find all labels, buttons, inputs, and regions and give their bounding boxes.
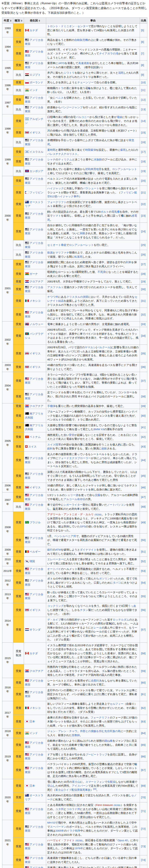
reference-link[interactable]: [41] [141, 426, 145, 429]
reference-link[interactable]: [25] [141, 243, 145, 246]
country-link[interactable]: ポーランド [30, 81, 43, 84]
reference-link[interactable]: [37] [141, 379, 145, 382]
reference-link[interactable]: [42] [141, 435, 145, 438]
reference-link[interactable]: [23] [141, 214, 145, 217]
reference-link[interactable]: [53] [141, 569, 145, 572]
wiki-link[interactable]: 電気柵 [111, 210, 120, 213]
wiki-link[interactable]: 外部との接触を拒む先住民族の島 [80, 730, 121, 733]
wiki-link[interactable]: セミオート拳銃 [47, 243, 66, 246]
reference-link[interactable]: [46] [141, 486, 145, 489]
reference-link[interactable]: [49] [141, 521, 145, 524]
reference-link[interactable]: [26] [141, 253, 145, 256]
reference-link[interactable]: [60] [141, 681, 145, 684]
wiki-link[interactable]: ニワトリ [64, 71, 74, 74]
wiki-link[interactable]: ペンシルベニア州 [54, 534, 76, 537]
reference-link[interactable]: [58] [141, 652, 145, 655]
wiki-link[interactable]: 爆死 [120, 148, 126, 151]
en-version-note[interactable]: (英語版) [114, 804, 121, 806]
reference-link[interactable]: [72] [141, 827, 145, 830]
wiki-link[interactable]: 電線 [117, 116, 122, 119]
country-link[interactable]: イスラエル [30, 150, 44, 153]
wiki-link[interactable]: シガーライター [64, 503, 83, 506]
reference-link[interactable]: [61] [141, 693, 145, 696]
wiki-link[interactable]: コックリング [47, 604, 64, 607]
reference-link[interactable]: [73] [141, 845, 145, 848]
reference-link[interactable]: [39] [141, 404, 145, 407]
sort-icon[interactable] [10, 20, 11, 22]
country-link[interactable]: カナダ [30, 29, 38, 32]
reference-link[interactable]: [51] [141, 550, 145, 553]
wiki-link[interactable]: 銃剣 [47, 447, 53, 450]
country-link[interactable]: 日本 [30, 784, 35, 787]
wiki-link[interactable]: 富士山ライブ配信滑落死事故 [55, 788, 90, 791]
reference-link[interactable]: [21] [141, 191, 145, 194]
wiki-link[interactable]: チェーンソー [77, 81, 94, 84]
wiki-link[interactable]: 自慰行為 [91, 679, 102, 682]
reference-link[interactable]: [62] [141, 706, 145, 709]
column-header-2[interactable]: 種別 [13, 18, 24, 24]
wiki-link[interactable]: 時限爆弾 [85, 148, 96, 151]
wiki-link[interactable]: イラク戦争 [67, 829, 80, 832]
wiki-link[interactable]: 銃殺 [101, 447, 107, 450]
wiki-link[interactable]: 自動販売機 [74, 38, 88, 41]
wiki-link[interactable]: 登山 [47, 784, 53, 787]
country-link[interactable]: カンボジア [30, 169, 44, 173]
reference-link[interactable]: [43] [141, 445, 145, 448]
wiki-link[interactable]: クリスタルの洞窟 [66, 295, 88, 298]
country-link[interactable]: クロアチア [30, 280, 44, 283]
wiki-link[interactable]: ジョン・アレン・チャウ [47, 730, 77, 733]
reference-link[interactable]: [64] [141, 732, 145, 735]
country-link[interactable]: イギリス [30, 131, 41, 134]
reference-link[interactable]: [27] [141, 262, 145, 266]
wiki-link[interactable]: ダイナマイト [80, 548, 96, 551]
wiki-link[interactable]: エレベーター [47, 558, 64, 561]
wiki-link[interactable]: 浣腸 [95, 494, 100, 497]
wiki-link[interactable]: バルコニー [76, 116, 90, 119]
reference-link[interactable]: [18] [141, 160, 145, 163]
country-link[interactable]: カナダ [30, 652, 38, 655]
wiki-link[interactable]: ロッテルダム [113, 618, 129, 621]
wiki-link[interactable]: パルクール [97, 346, 110, 349]
wiki-link[interactable]: シェリー酒 [65, 494, 78, 497]
wiki-link[interactable]: ナイアガラの滝 [99, 52, 118, 55]
reference-link[interactable]: [11] [141, 89, 145, 92]
reference-link[interactable]: [31] [141, 299, 145, 302]
wiki-link[interactable]: シャチ [47, 158, 55, 161]
wiki-link[interactable]: MH-53 [47, 821, 55, 824]
reference-link[interactable]: [7] [141, 52, 144, 55]
reference-link[interactable]: [8] [141, 64, 144, 67]
wiki-link[interactable]: 列車 [126, 261, 131, 264]
reference-link[interactable]: [67] [141, 769, 145, 772]
reference-link[interactable]: [16] [141, 141, 145, 144]
column-header-3[interactable]: 発生国 [24, 18, 46, 24]
wiki-link[interactable]: ロシアンルーレット [112, 167, 137, 170]
reference-link[interactable]: [17] [141, 150, 145, 153]
wiki-link[interactable]: ガソリン [99, 577, 110, 580]
wiki-link[interactable]: チタン [80, 609, 88, 612]
reference-link[interactable]: [5] [141, 29, 144, 32]
wiki-link[interactable]: ブービートラップ [85, 753, 107, 756]
wiki-link[interactable]: セレナイト結晶 [47, 295, 137, 302]
reference-link[interactable]: [47] [141, 495, 145, 498]
reference-link[interactable]: [15] [141, 131, 145, 134]
reference-link[interactable]: [59] [141, 670, 145, 673]
wiki-link[interactable]: 宣教師 [72, 734, 80, 737]
wiki-link[interactable]: セルフィー [110, 702, 123, 705]
wiki-link[interactable]: ティリクム [58, 158, 72, 161]
wiki-link[interactable]: フォークリフト [91, 716, 110, 719]
wiki-link[interactable]: 転落死 [74, 255, 82, 258]
reference-link[interactable]: [55] [141, 595, 145, 598]
country-link[interactable]: インド [30, 89, 38, 92]
red-link[interactable]: アデリール・アントニオ・デ・カルリ [47, 513, 94, 516]
wiki-link[interactable]: 銀行 [47, 548, 53, 551]
reference-link[interactable]: [28] [141, 272, 145, 275]
country-link[interactable]: イギリス [30, 486, 41, 489]
inline-ref-link[interactable]: [68] [93, 788, 96, 790]
en-version-note[interactable]: (英語版) [95, 514, 102, 516]
country-link[interactable]: イギリス [30, 352, 41, 355]
country-link[interactable]: ノルウェー [30, 322, 43, 326]
reference-link[interactable]: [29] [141, 280, 145, 283]
wiki-link[interactable]: オートバイ [47, 567, 61, 570]
wiki-link[interactable]: スイス陸軍 [47, 443, 61, 446]
sort-icon[interactable] [39, 20, 40, 22]
